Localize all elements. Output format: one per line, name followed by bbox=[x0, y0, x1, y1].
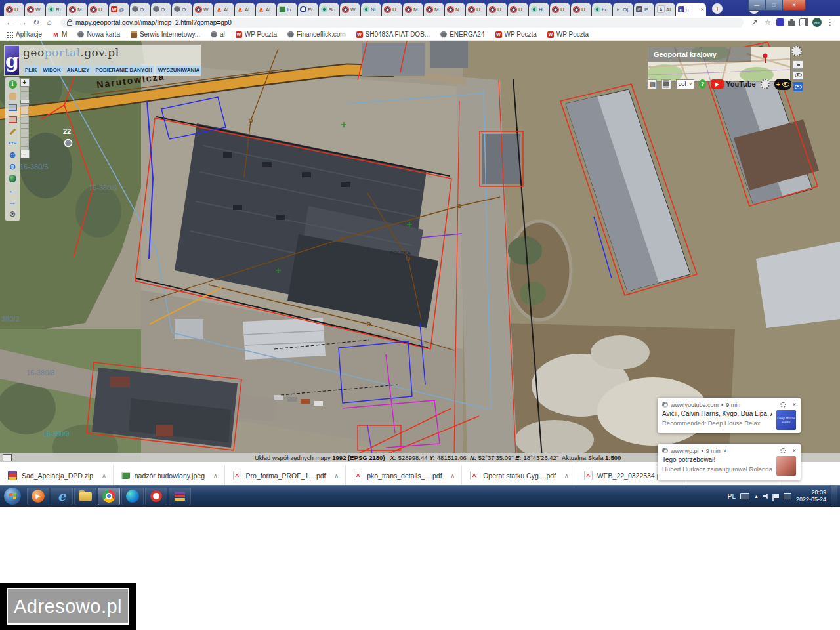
zoom-window-icon[interactable] bbox=[8, 103, 18, 112]
browser-tab-24[interactable]: U: bbox=[508, 3, 528, 16]
taskbar-file-explorer-button[interactable] bbox=[74, 488, 96, 505]
language-indicator[interactable]: PL bbox=[728, 493, 736, 500]
menu-item-pobieranie-danych[interactable]: POBIERANIE DANYCH bbox=[93, 66, 154, 74]
network-icon[interactable] bbox=[784, 493, 791, 499]
visibility-eye-button[interactable] bbox=[793, 81, 803, 92]
bookmark-7[interactable]: WSH0483A FIAT DOB... bbox=[356, 31, 430, 38]
start-button[interactable] bbox=[4, 488, 21, 505]
bookmark-2[interactable]: Nowa karta bbox=[77, 31, 120, 38]
taskbar-chrome-button[interactable] bbox=[98, 488, 120, 505]
xyh-icon[interactable]: XYH bbox=[8, 138, 18, 148]
language-select[interactable]: pol∨ bbox=[676, 79, 694, 89]
notification-settings-icon[interactable] bbox=[780, 402, 786, 408]
select-window-icon[interactable] bbox=[8, 115, 18, 124]
browser-tab-17[interactable]: Ni bbox=[361, 3, 381, 16]
download-item-0[interactable]: Sad_Apelacja_DPD.zip∧ bbox=[0, 465, 114, 486]
zoom-handle[interactable] bbox=[20, 100, 30, 104]
download-item-1[interactable]: nadzór budowlany.jpeg∧ bbox=[114, 465, 225, 486]
tab-close-icon[interactable]: × bbox=[701, 6, 704, 12]
home-icon[interactable]: ⌂ bbox=[45, 18, 54, 27]
browser-tab-27[interactable]: U: bbox=[571, 3, 591, 16]
browser-tab-11[interactable]: aAl bbox=[235, 3, 255, 16]
minimize-button[interactable]: — bbox=[748, 0, 765, 10]
reload-icon[interactable]: ↻ bbox=[32, 18, 41, 27]
menu-dots-icon[interactable]: ⋮ bbox=[826, 18, 835, 27]
zoom-out-button[interactable]: − bbox=[20, 150, 30, 158]
expand-chevron-icon[interactable]: ∨ bbox=[723, 448, 727, 453]
browser-tab-21[interactable]: N: bbox=[445, 3, 465, 16]
download-chevron-icon[interactable]: ∧ bbox=[335, 472, 339, 479]
address-bar[interactable]: mapy.geoportal.gov.pl/imap/Imgp_2.html?g… bbox=[60, 18, 744, 28]
volume-icon[interactable] bbox=[763, 494, 769, 499]
visibility-pill[interactable]: + bbox=[774, 79, 791, 90]
browser-tab-28[interactable]: Łc bbox=[592, 3, 612, 16]
menu-item-widok[interactable]: WIDOK bbox=[41, 66, 63, 74]
browser-tab-22[interactable]: U: bbox=[466, 3, 486, 16]
toolbar-gear-icon[interactable] bbox=[761, 79, 770, 89]
browser-tab-18[interactable]: U: bbox=[382, 3, 402, 16]
close-button[interactable]: × bbox=[782, 0, 806, 10]
browser-tab-10[interactable]: aAl bbox=[214, 3, 234, 16]
taskbar-winrar-button[interactable] bbox=[169, 488, 191, 505]
browser-tab-31[interactable]: AAl bbox=[655, 3, 675, 16]
taskbar-internet-explorer-button[interactable]: e bbox=[51, 488, 73, 505]
menu-item-wyszukiwania[interactable]: WYSZUKIWANIA bbox=[156, 66, 202, 74]
browser-tab-9[interactable]: W bbox=[193, 3, 213, 16]
next-view-icon[interactable]: → bbox=[8, 198, 18, 207]
download-chevron-icon[interactable]: ∧ bbox=[451, 472, 455, 479]
zoom-track[interactable] bbox=[20, 87, 29, 150]
map-settings-gear-icon[interactable] bbox=[791, 46, 802, 56]
share-icon[interactable]: ↗ bbox=[750, 18, 759, 27]
measure-icon[interactable] bbox=[8, 127, 18, 136]
notification-settings-icon[interactable] bbox=[780, 448, 786, 453]
taskbar-opera-button[interactable] bbox=[145, 488, 167, 505]
print-icon[interactable] bbox=[662, 79, 671, 89]
globe-icon[interactable] bbox=[8, 174, 18, 183]
profile-avatar[interactable]: am bbox=[812, 18, 822, 27]
help-icon[interactable]: ? bbox=[699, 79, 707, 89]
download-chevron-icon[interactable]: ∧ bbox=[213, 472, 218, 479]
notification-close-icon[interactable]: × bbox=[792, 447, 796, 454]
browser-tab-6[interactable]: O: bbox=[130, 3, 150, 16]
address-point-marker[interactable] bbox=[65, 140, 72, 147]
identify-icon[interactable]: i bbox=[8, 79, 18, 89]
new-tab-button[interactable]: + bbox=[712, 3, 723, 14]
browser-tab-23[interactable]: U: bbox=[487, 3, 507, 16]
zoom-out-icon[interactable]: ⊖ bbox=[8, 162, 18, 171]
forward-icon[interactable]: → bbox=[18, 18, 28, 27]
browser-tab-29[interactable]: ▸O| bbox=[613, 3, 633, 16]
side-panel-icon[interactable] bbox=[799, 18, 808, 26]
browser-tab-15[interactable]: Sc bbox=[319, 3, 339, 16]
bookmark-3[interactable]: Serwis Internetowy... bbox=[131, 31, 200, 38]
geoportal-logo[interactable]: g bbox=[5, 46, 19, 75]
download-item-2[interactable]: APro_forma_PROF_1....pdf∧ bbox=[225, 465, 346, 486]
bookmark-1[interactable]: MM bbox=[52, 31, 67, 38]
zoom-in-button[interactable]: + bbox=[20, 78, 30, 87]
zoom-in-icon[interactable]: ⊕ bbox=[8, 150, 18, 159]
taskbar-edge-button[interactable] bbox=[121, 488, 144, 505]
download-item-3[interactable]: Apko_trans_details_....pdf∧ bbox=[346, 465, 462, 486]
extensions-puzzle-icon[interactable] bbox=[788, 19, 795, 26]
notification-close-icon[interactable]: × bbox=[792, 401, 796, 408]
layers-eye-button[interactable] bbox=[793, 71, 803, 79]
collapse-button[interactable] bbox=[793, 60, 803, 69]
notification-wp[interactable]: www.wp.pl • 9 min ∨ × Tego potrzebował! … bbox=[658, 444, 801, 480]
bookmark-8[interactable]: ENERGA24 bbox=[440, 31, 484, 38]
browser-tab-25[interactable]: H: bbox=[529, 3, 549, 16]
browser-tab-20[interactable]: M bbox=[424, 3, 444, 16]
bookmark-10[interactable]: WWP Poczta bbox=[547, 31, 589, 38]
legend-icon[interactable]: ▤ bbox=[647, 79, 657, 89]
browser-tab-4[interactable]: U: bbox=[88, 3, 108, 16]
browser-tab-5[interactable]: W@ bbox=[109, 3, 129, 16]
browser-tab-active[interactable]: gg× bbox=[676, 3, 706, 16]
browser-tab-3[interactable]: M bbox=[67, 3, 87, 16]
browser-tab-7[interactable]: O: bbox=[151, 3, 171, 16]
bookmark-9[interactable]: WWP Poczta bbox=[495, 31, 537, 38]
bookmark-6[interactable]: Financeflick.com bbox=[287, 31, 345, 38]
browser-tab-14[interactable]: Pł bbox=[298, 3, 318, 16]
bookmark-5[interactable]: WWP Poczta bbox=[236, 31, 277, 38]
tray-expand-icon[interactable]: ▲ bbox=[754, 494, 759, 499]
bookmark-star-icon[interactable]: ☆ bbox=[763, 18, 772, 27]
keyboard-icon[interactable] bbox=[740, 493, 749, 499]
youtube-link[interactable]: ▶ YouTube bbox=[711, 79, 755, 89]
